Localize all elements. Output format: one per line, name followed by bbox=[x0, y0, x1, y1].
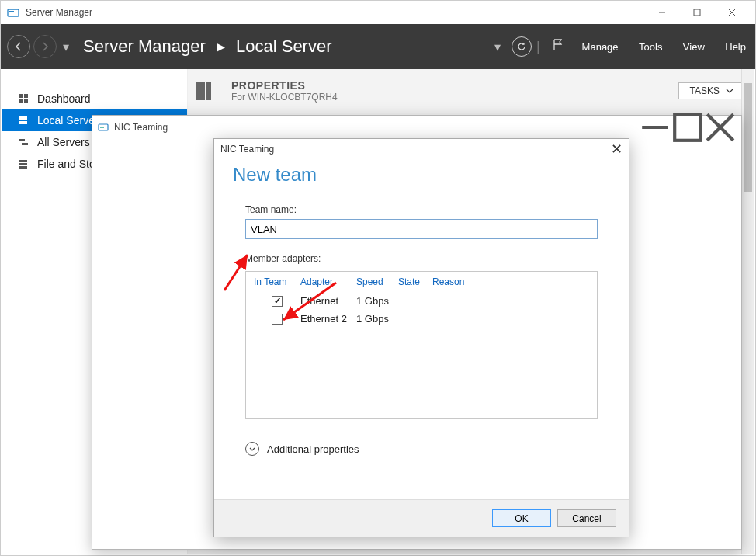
notifications-flag-icon[interactable] bbox=[551, 38, 565, 55]
nav-forward-button[interactable] bbox=[33, 35, 57, 58]
chevron-down-icon bbox=[245, 442, 259, 456]
col-inteam: In Team bbox=[254, 276, 300, 287]
dashboard-icon bbox=[16, 93, 31, 104]
nic-maximize-button[interactable] bbox=[671, 116, 704, 138]
svg-rect-25 bbox=[675, 114, 701, 141]
col-reason: Reason bbox=[432, 276, 479, 287]
nic-window-titlebar: NIC Teaming bbox=[92, 116, 741, 139]
properties-tasks-button[interactable]: TASKS bbox=[678, 82, 742, 99]
breadcrumb-app[interactable]: Server Manager bbox=[83, 36, 206, 56]
svg-rect-9 bbox=[24, 99, 28, 103]
menu-tools[interactable]: Tools bbox=[639, 41, 662, 53]
menu-help[interactable]: Help bbox=[725, 41, 746, 53]
svg-rect-8 bbox=[19, 99, 23, 103]
app-title: Server Manager bbox=[26, 7, 92, 18]
svg-rect-15 bbox=[19, 163, 27, 165]
adapter-row[interactable]: ✔ Ethernet 1 Gbps bbox=[246, 292, 597, 310]
maximize-button[interactable] bbox=[679, 1, 714, 24]
member-adapters-table: In Team Adapter Speed State Reason ✔ Eth… bbox=[245, 271, 598, 419]
dialog-footer: OK Cancel bbox=[214, 499, 629, 537]
dialog-title: NIC Teaming bbox=[220, 144, 274, 155]
svg-point-23 bbox=[102, 127, 104, 128]
svg-rect-13 bbox=[22, 143, 28, 145]
team-name-input[interactable] bbox=[245, 219, 598, 239]
close-button[interactable] bbox=[714, 1, 749, 24]
dialog-titlebar: NIC Teaming ✕ bbox=[214, 139, 629, 159]
dialog-heading: New team bbox=[214, 159, 629, 195]
adapters-header[interactable]: In Team Adapter Speed State Reason bbox=[246, 272, 597, 292]
cancel-button[interactable]: Cancel bbox=[557, 509, 616, 527]
svg-rect-3 bbox=[694, 9, 700, 16]
menu-view[interactable]: View bbox=[683, 41, 705, 53]
nav-back-button[interactable] bbox=[7, 35, 30, 58]
additional-properties-label: Additional properties bbox=[267, 443, 359, 455]
svg-rect-1 bbox=[9, 11, 14, 12]
breadcrumb-caret-icon[interactable]: ▾ bbox=[494, 40, 501, 54]
adapter-row[interactable]: Ethernet 2 1 Gbps bbox=[246, 310, 597, 328]
breadcrumb-bar: ▾ Server Manager ▸ Local Server ▾ | Mana… bbox=[1, 24, 755, 69]
app-icon bbox=[7, 6, 19, 19]
storage-icon bbox=[16, 158, 31, 169]
adapter-name: Ethernet 2 bbox=[300, 313, 356, 325]
properties-subtitle: For WIN-KLOCBT7QRH4 bbox=[231, 92, 338, 103]
properties-title: PROPERTIES bbox=[231, 79, 338, 92]
servers-icon bbox=[16, 137, 31, 148]
svg-rect-10 bbox=[19, 116, 27, 120]
vertical-separator: | bbox=[536, 39, 540, 55]
nav-item-label: Local Server bbox=[37, 114, 93, 127]
chevron-right-icon: ▸ bbox=[217, 36, 225, 56]
server-icon bbox=[16, 115, 31, 126]
dialog-close-button[interactable]: ✕ bbox=[611, 142, 622, 156]
app-titlebar: Server Manager bbox=[1, 1, 755, 24]
adapter-checkbox[interactable] bbox=[272, 314, 283, 325]
properties-header: PROPERTIES For WIN-KLOCBT7QRH4 TASKS bbox=[194, 78, 742, 103]
nav-history-dropdown[interactable]: ▾ bbox=[63, 40, 69, 54]
col-adapter: Adapter bbox=[300, 276, 356, 287]
adapter-speed: 1 Gbps bbox=[356, 313, 398, 325]
nav-item-label: All Servers bbox=[37, 136, 90, 148]
svg-rect-18 bbox=[206, 82, 211, 100]
nic-window-icon bbox=[97, 121, 109, 134]
adapter-checkbox[interactable]: ✔ bbox=[272, 296, 283, 307]
menu-manage[interactable]: Manage bbox=[582, 41, 619, 53]
adapter-name: Ethernet bbox=[300, 295, 356, 307]
nic-window-title: NIC Teaming bbox=[114, 122, 168, 133]
svg-point-22 bbox=[100, 127, 102, 128]
svg-rect-12 bbox=[19, 139, 25, 141]
properties-icon bbox=[194, 78, 225, 103]
svg-rect-17 bbox=[196, 82, 205, 100]
col-speed: Speed bbox=[356, 276, 398, 287]
adapter-speed: 1 Gbps bbox=[356, 295, 398, 307]
nav-item-dashboard[interactable]: Dashboard bbox=[2, 88, 187, 109]
svg-rect-16 bbox=[19, 166, 27, 169]
svg-rect-6 bbox=[19, 94, 23, 98]
col-state: State bbox=[398, 276, 432, 287]
breadcrumb-page[interactable]: Local Server bbox=[236, 36, 332, 56]
svg-rect-7 bbox=[24, 94, 28, 98]
refresh-button[interactable] bbox=[512, 36, 532, 57]
additional-properties-toggle[interactable]: Additional properties bbox=[245, 442, 598, 456]
nic-minimize-button[interactable] bbox=[639, 116, 671, 138]
new-team-dialog: NIC Teaming ✕ New team Team name: Member… bbox=[213, 138, 629, 537]
nic-close-button[interactable] bbox=[704, 116, 737, 138]
ok-button[interactable]: OK bbox=[492, 509, 551, 527]
nav-item-label: Dashboard bbox=[37, 92, 91, 105]
svg-rect-11 bbox=[19, 121, 27, 124]
minimize-button[interactable] bbox=[644, 1, 679, 24]
svg-rect-14 bbox=[19, 160, 27, 162]
vertical-scrollbar[interactable] bbox=[741, 69, 754, 554]
svg-rect-0 bbox=[8, 9, 19, 16]
member-adapters-label: Member adapters: bbox=[245, 253, 598, 264]
team-name-label: Team name: bbox=[245, 204, 598, 215]
